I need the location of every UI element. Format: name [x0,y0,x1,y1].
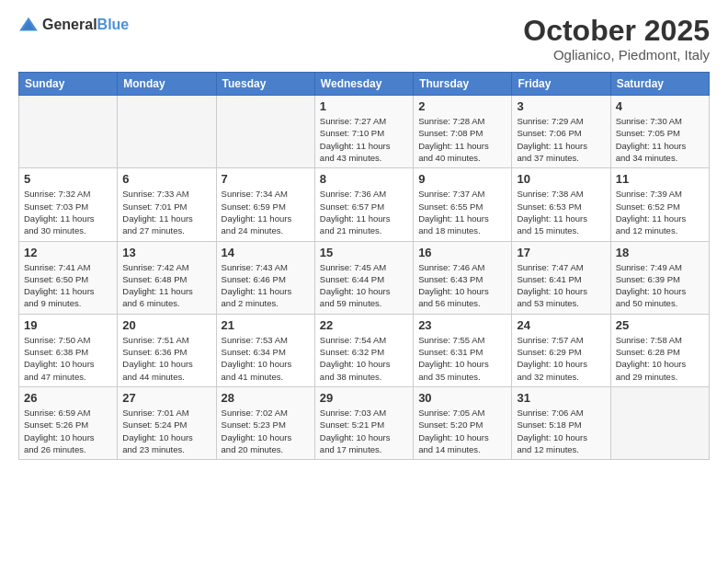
calendar-cell: 6Sunrise: 7:33 AM Sunset: 7:01 PM Daylig… [118,168,216,241]
logo-general: General [42,17,97,32]
day-number: 7 [222,172,310,186]
calendar-cell: 1Sunrise: 7:27 AM Sunset: 7:10 PM Daylig… [314,96,413,168]
day-info: Sunrise: 7:55 AM Sunset: 6:31 PM Dayligh… [418,334,506,383]
day-info: Sunrise: 7:50 AM Sunset: 6:38 PM Dayligh… [24,334,112,383]
day-number: 9 [418,172,506,186]
calendar-cell: 8Sunrise: 7:36 AM Sunset: 6:57 PM Daylig… [314,168,413,241]
calendar-cell: 2Sunrise: 7:28 AM Sunset: 7:08 PM Daylig… [414,96,512,168]
col-thursday: Thursday [414,73,512,96]
day-number: 24 [517,318,605,332]
calendar-cell [216,96,314,168]
day-number: 5 [24,172,112,186]
day-info: Sunrise: 7:46 AM Sunset: 6:43 PM Dayligh… [418,261,506,310]
day-number: 28 [222,391,310,405]
day-info: Sunrise: 7:06 AM Sunset: 5:18 PM Dayligh… [517,407,605,455]
calendar-cell: 12Sunrise: 7:41 AM Sunset: 6:50 PM Dayli… [19,241,118,314]
calendar-table: Sunday Monday Tuesday Wednesday Thursday… [18,72,710,460]
calendar-cell: 26Sunrise: 6:59 AM Sunset: 5:26 PM Dayli… [19,386,118,459]
day-info: Sunrise: 7:53 AM Sunset: 6:34 PM Dayligh… [222,334,310,383]
calendar-cell: 28Sunrise: 7:02 AM Sunset: 5:23 PM Dayli… [216,386,314,459]
day-info: Sunrise: 7:47 AM Sunset: 6:41 PM Dayligh… [517,261,605,310]
day-info: Sunrise: 7:27 AM Sunset: 7:10 PM Dayligh… [320,115,408,164]
day-number: 19 [24,318,112,332]
col-wednesday: Wednesday [314,73,413,96]
day-info: Sunrise: 7:54 AM Sunset: 6:32 PM Dayligh… [320,334,408,383]
calendar-cell: 21Sunrise: 7:53 AM Sunset: 6:34 PM Dayli… [216,314,314,386]
col-saturday: Saturday [610,73,709,96]
month-title: October 2025 [523,15,710,47]
calendar-cell: 31Sunrise: 7:06 AM Sunset: 5:18 PM Dayli… [512,386,610,459]
calendar-cell: 4Sunrise: 7:30 AM Sunset: 7:05 PM Daylig… [610,96,709,168]
calendar-cell: 15Sunrise: 7:45 AM Sunset: 6:44 PM Dayli… [314,241,413,314]
day-info: Sunrise: 7:01 AM Sunset: 5:24 PM Dayligh… [122,407,210,455]
logo-text: GeneralBlue [42,17,129,33]
calendar-cell: 25Sunrise: 7:58 AM Sunset: 6:28 PM Dayli… [610,314,709,386]
day-info: Sunrise: 7:51 AM Sunset: 6:36 PM Dayligh… [122,334,210,383]
day-info: Sunrise: 7:43 AM Sunset: 6:46 PM Dayligh… [222,261,310,310]
col-tuesday: Tuesday [216,73,314,96]
day-info: Sunrise: 7:34 AM Sunset: 6:59 PM Dayligh… [222,188,310,236]
day-info: Sunrise: 7:37 AM Sunset: 6:55 PM Dayligh… [418,188,506,236]
day-number: 26 [24,391,112,405]
day-info: Sunrise: 6:59 AM Sunset: 5:26 PM Dayligh… [24,407,112,455]
day-info: Sunrise: 7:49 AM Sunset: 6:39 PM Dayligh… [616,261,704,310]
calendar-cell: 16Sunrise: 7:46 AM Sunset: 6:43 PM Dayli… [414,241,512,314]
calendar-header-row: Sunday Monday Tuesday Wednesday Thursday… [19,73,710,96]
calendar-cell: 7Sunrise: 7:34 AM Sunset: 6:59 PM Daylig… [216,168,314,241]
day-info: Sunrise: 7:38 AM Sunset: 6:53 PM Dayligh… [517,188,605,236]
day-info: Sunrise: 7:30 AM Sunset: 7:05 PM Dayligh… [616,115,704,164]
day-number: 13 [122,246,210,259]
day-number: 4 [616,99,704,113]
title-section: October 2025 Oglianico, Piedmont, Italy [523,15,710,63]
logo-icon [18,15,39,35]
day-number: 17 [517,246,605,259]
day-number: 12 [24,246,112,259]
header: GeneralBlue October 2025 Oglianico, Pied… [18,15,710,63]
col-monday: Monday [118,73,216,96]
day-number: 2 [418,99,506,113]
calendar-cell [118,96,216,168]
calendar-cell: 27Sunrise: 7:01 AM Sunset: 5:24 PM Dayli… [118,386,216,459]
calendar-week-2: 12Sunrise: 7:41 AM Sunset: 6:50 PM Dayli… [19,241,710,314]
day-number: 25 [616,318,704,332]
calendar-cell: 20Sunrise: 7:51 AM Sunset: 6:36 PM Dayli… [118,314,216,386]
calendar-cell: 3Sunrise: 7:29 AM Sunset: 7:06 PM Daylig… [512,96,610,168]
day-number: 18 [616,246,704,259]
calendar-cell: 10Sunrise: 7:38 AM Sunset: 6:53 PM Dayli… [512,168,610,241]
calendar-cell: 5Sunrise: 7:32 AM Sunset: 7:03 PM Daylig… [19,168,118,241]
calendar-cell: 13Sunrise: 7:42 AM Sunset: 6:48 PM Dayli… [118,241,216,314]
day-number: 1 [320,99,408,113]
day-number: 6 [122,172,210,186]
day-number: 23 [418,318,506,332]
calendar-cell: 17Sunrise: 7:47 AM Sunset: 6:41 PM Dayli… [512,241,610,314]
day-info: Sunrise: 7:02 AM Sunset: 5:23 PM Dayligh… [222,407,310,455]
col-friday: Friday [512,73,610,96]
calendar-cell: 11Sunrise: 7:39 AM Sunset: 6:52 PM Dayli… [610,168,709,241]
day-number: 22 [320,318,408,332]
day-info: Sunrise: 7:58 AM Sunset: 6:28 PM Dayligh… [616,334,704,383]
calendar-week-0: 1Sunrise: 7:27 AM Sunset: 7:10 PM Daylig… [19,96,710,168]
calendar-week-3: 19Sunrise: 7:50 AM Sunset: 6:38 PM Dayli… [19,314,710,386]
page-container: GeneralBlue October 2025 Oglianico, Pied… [0,0,728,469]
day-number: 16 [418,246,506,259]
day-info: Sunrise: 7:39 AM Sunset: 6:52 PM Dayligh… [616,188,704,236]
day-number: 20 [122,318,210,332]
day-info: Sunrise: 7:33 AM Sunset: 7:01 PM Dayligh… [122,188,210,236]
calendar-week-4: 26Sunrise: 6:59 AM Sunset: 5:26 PM Dayli… [19,386,710,459]
day-number: 8 [320,172,408,186]
calendar-cell: 14Sunrise: 7:43 AM Sunset: 6:46 PM Dayli… [216,241,314,314]
day-number: 31 [517,391,605,405]
location: Oglianico, Piedmont, Italy [523,47,710,63]
calendar-week-1: 5Sunrise: 7:32 AM Sunset: 7:03 PM Daylig… [19,168,710,241]
day-info: Sunrise: 7:45 AM Sunset: 6:44 PM Dayligh… [320,261,408,310]
day-info: Sunrise: 7:32 AM Sunset: 7:03 PM Dayligh… [24,188,112,236]
day-number: 21 [222,318,310,332]
day-info: Sunrise: 7:36 AM Sunset: 6:57 PM Dayligh… [320,188,408,236]
day-number: 14 [222,246,310,259]
day-number: 11 [616,172,704,186]
day-number: 29 [320,391,408,405]
day-info: Sunrise: 7:29 AM Sunset: 7:06 PM Dayligh… [517,115,605,164]
day-number: 3 [517,99,605,113]
logo-blue: Blue [97,17,130,32]
day-info: Sunrise: 7:41 AM Sunset: 6:50 PM Dayligh… [24,261,112,310]
